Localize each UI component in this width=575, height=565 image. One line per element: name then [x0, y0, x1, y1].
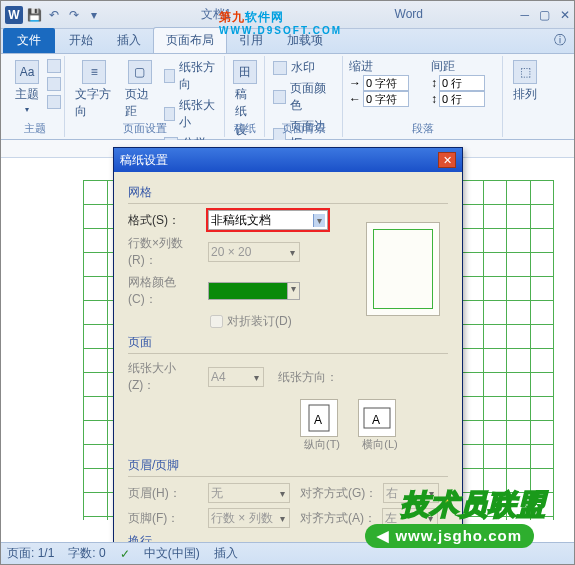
chevron-down-icon: ▾ — [313, 214, 325, 227]
landscape-label: 横向(L) — [358, 437, 402, 452]
section-page: 页面 — [128, 334, 448, 351]
space-before-icon: ↕ — [431, 76, 437, 90]
word-icon: W — [5, 6, 23, 24]
space-before-input[interactable] — [439, 75, 485, 91]
undo-icon[interactable]: ↶ — [45, 6, 63, 24]
color-label: 网格颜色(C)： — [128, 274, 202, 308]
chevron-down-icon: ▾ — [280, 513, 287, 524]
page-color-icon — [273, 90, 286, 104]
space-after-input[interactable] — [439, 91, 485, 107]
ribbon: Aa 主题 ▾ 主题 ≡ 文字方向 ▢ 页边距 纸张方向 纸张大 — [1, 54, 574, 140]
colors-icon — [47, 59, 61, 73]
orientation-icon — [164, 69, 175, 83]
format-label: 格式(S)： — [128, 212, 202, 229]
rowcol-label: 行数×列数(R)： — [128, 235, 202, 269]
spacing-label: 间距 — [431, 58, 496, 75]
status-language[interactable]: 中文(中国) — [144, 545, 200, 562]
redo-icon[interactable]: ↷ — [65, 6, 83, 24]
group-label: 页面背景 — [265, 121, 342, 136]
theme-colors-button[interactable] — [45, 58, 63, 74]
header-align-label: 对齐方式(G)： — [300, 485, 377, 502]
group-label: 页面设置 — [65, 121, 224, 136]
text-direction-button[interactable]: ≡ 文字方向 — [71, 58, 117, 153]
tab-home[interactable]: 开始 — [57, 28, 105, 53]
orientation-label: 纸张方向： — [278, 369, 338, 386]
arrange-button[interactable]: ⬚ 排列 — [509, 58, 541, 105]
chevron-down-icon: ▾ — [428, 513, 435, 524]
group-label: 稿纸 — [225, 121, 264, 136]
footer-select: 行数 × 列数▾ — [208, 508, 290, 528]
portrait-icon: A — [308, 404, 330, 432]
minimize-icon[interactable]: ─ — [520, 8, 529, 22]
status-bar: 页面: 1/1 字数: 0 ✓ 中文(中国) 插入 — [1, 542, 574, 564]
title-bar: W 💾 ↶ ↷ ▾ 文档1 Word ─ ▢ ✕ — [1, 1, 574, 29]
fold-checkbox-input — [210, 315, 223, 328]
tab-references[interactable]: 引用 — [227, 28, 275, 53]
tab-page-layout[interactable]: 页面布局 — [153, 27, 227, 53]
section-grid: 网格 — [128, 184, 448, 201]
rowcol-select: 20 × 20▾ — [208, 242, 300, 262]
footer-label: 页脚(F)： — [128, 510, 202, 527]
tab-addins[interactable]: 加载项 — [275, 28, 335, 53]
window-title: 文档1 Word — [103, 6, 520, 23]
themes-button[interactable]: Aa 主题 ▾ — [11, 58, 43, 116]
status-words[interactable]: 字数: 0 — [68, 545, 105, 562]
status-proof-icon[interactable]: ✓ — [120, 547, 130, 561]
space-after-icon: ↕ — [431, 92, 437, 106]
indent-left-input[interactable] — [363, 75, 409, 91]
theme-effects-button[interactable] — [45, 94, 63, 110]
group-paragraph: 缩进 → ← 间距 ↕ ↕ 段落 — [343, 56, 503, 137]
writing-paper-dialog: 稿纸设置 ✕ 网格 格式(S)： 非稿纸文档▾ 行数×列数(R)： 20 × 2… — [113, 147, 463, 565]
group-page-background: 水印 页面颜色 页面边框 页面背景 — [265, 56, 343, 137]
indent-left-icon: → — [349, 76, 361, 90]
paper-size-label: 纸张大小(Z)： — [128, 360, 202, 394]
header-label: 页眉(H)： — [128, 485, 202, 502]
orientation-button[interactable]: 纸张方向 — [162, 58, 218, 94]
portrait-button: A — [300, 399, 338, 437]
group-themes: Aa 主题 ▾ 主题 — [5, 56, 65, 137]
dialog-titlebar[interactable]: 稿纸设置 ✕ — [114, 148, 462, 172]
save-icon[interactable]: 💾 — [25, 6, 43, 24]
restore-icon[interactable]: ▢ — [539, 8, 550, 22]
arrange-icon: ⬚ — [513, 60, 537, 84]
qat-customize-icon[interactable]: ▾ — [85, 6, 103, 24]
ribbon-tabs: 文件 开始 插入 页面布局 引用 邮件 视图 加载项 ⓘ — [1, 29, 574, 54]
footer-align-label: 对齐方式(A)： — [300, 510, 376, 527]
indent-right-input[interactable] — [363, 91, 409, 107]
dialog-title-text: 稿纸设置 — [120, 152, 168, 169]
group-arrange: ⬚ 排列 — [503, 56, 547, 137]
close-icon[interactable]: ✕ — [560, 8, 570, 22]
chevron-down-icon: ▾ — [287, 283, 299, 299]
quick-access-toolbar: W 💾 ↶ ↷ ▾ — [5, 6, 103, 24]
grid-color-select: ▾ — [208, 282, 300, 300]
indent-label: 缩进 — [349, 58, 421, 75]
theme-fonts-button[interactable] — [45, 76, 63, 92]
dialog-close-button[interactable]: ✕ — [438, 152, 456, 168]
group-writing-paper: 田 稿纸 设置 稿纸 — [225, 56, 265, 137]
window-controls: ─ ▢ ✕ — [520, 8, 570, 22]
group-label: 主题 — [5, 121, 64, 136]
status-page[interactable]: 页面: 1/1 — [7, 545, 54, 562]
tab-file[interactable]: 文件 — [3, 28, 55, 53]
margins-button[interactable]: ▢ 页边距 — [121, 58, 158, 153]
status-mode[interactable]: 插入 — [214, 545, 238, 562]
watermark-button[interactable]: 水印 — [271, 58, 336, 77]
size-icon — [164, 107, 175, 121]
indent-right-icon: ← — [349, 92, 361, 106]
landscape-icon: A — [363, 407, 391, 429]
theme-icon: Aa — [15, 60, 39, 84]
chevron-down-icon: ▾ — [280, 488, 287, 499]
group-page-setup: ≡ 文字方向 ▢ 页边距 纸张方向 纸张大小 分栏 页面设置 — [65, 56, 225, 137]
page-color-button[interactable]: 页面颜色 — [271, 79, 336, 115]
tab-insert[interactable]: 插入 — [105, 28, 153, 53]
group-label: 段落 — [343, 121, 502, 136]
portrait-label: 纵向(T) — [300, 437, 344, 452]
margins-icon: ▢ — [128, 60, 152, 84]
fonts-icon — [47, 77, 61, 91]
chevron-down-icon: ▾ — [254, 372, 261, 383]
chevron-down-icon: ▾ — [290, 247, 297, 258]
svg-text:A: A — [314, 413, 322, 427]
ribbon-help-icon[interactable]: ⓘ — [546, 28, 574, 53]
format-select[interactable]: 非稿纸文档▾ — [208, 210, 328, 230]
landscape-button: A — [358, 399, 396, 437]
